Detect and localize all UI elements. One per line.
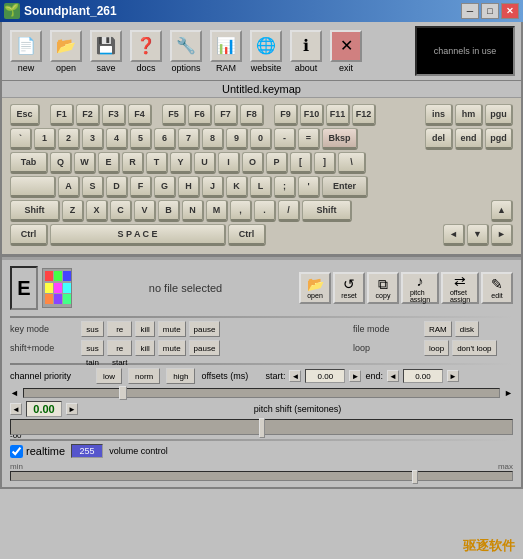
shift-mute-btn[interactable]: mute — [158, 340, 186, 356]
key-h[interactable]: H — [178, 176, 200, 198]
key-shift-left[interactable]: Shift — [10, 200, 60, 222]
key-a[interactable]: A — [58, 176, 80, 198]
key-f1[interactable]: F1 — [50, 104, 74, 126]
realtime-checkbox[interactable] — [10, 445, 23, 458]
key-4[interactable]: 4 — [106, 128, 128, 150]
new-button[interactable]: 📄 new — [8, 30, 44, 73]
minimize-button[interactable]: ─ — [461, 3, 479, 19]
start-right-arrow[interactable]: ► — [349, 370, 361, 382]
key-backslash[interactable]: \ — [338, 152, 366, 174]
key-tab[interactable]: Tab — [10, 152, 48, 174]
maximize-button[interactable]: □ — [481, 3, 499, 19]
key-3[interactable]: 3 — [82, 128, 104, 150]
key-5[interactable]: 5 — [130, 128, 152, 150]
key-f5[interactable]: F5 — [162, 104, 186, 126]
end-right-arrow[interactable]: ► — [447, 370, 459, 382]
key-f2[interactable]: F2 — [76, 104, 100, 126]
key-left[interactable]: ◄ — [443, 224, 465, 246]
key-q[interactable]: Q — [50, 152, 72, 174]
key-c[interactable]: C — [110, 200, 132, 222]
key-n[interactable]: N — [182, 200, 204, 222]
key-f8[interactable]: F8 — [240, 104, 264, 126]
key-comma[interactable]: , — [230, 200, 252, 222]
key-end[interactable]: end — [455, 128, 483, 150]
disk-mode-btn[interactable]: disk — [455, 321, 479, 337]
key-semicolon[interactable]: ; — [274, 176, 296, 198]
shift-restart-btn[interactable]: restart — [107, 340, 133, 356]
key-f7[interactable]: F7 — [214, 104, 238, 126]
file-reset-button[interactable]: ↺ reset — [333, 272, 365, 304]
volume-slider[interactable] — [10, 471, 513, 481]
shift-pause-btn[interactable]: pause — [189, 340, 221, 356]
key-right[interactable]: ► — [491, 224, 513, 246]
key-space[interactable]: S P A C E — [50, 224, 226, 246]
key-pgd[interactable]: pgd — [485, 128, 513, 150]
save-button[interactable]: 💾 save — [88, 30, 124, 73]
key-esc[interactable]: Esc — [10, 104, 40, 126]
key-d[interactable]: D — [106, 176, 128, 198]
key-1[interactable]: 1 — [34, 128, 56, 150]
low-priority-btn[interactable]: low — [96, 368, 122, 384]
key-t[interactable]: T — [146, 152, 168, 174]
key-slash[interactable]: / — [278, 200, 300, 222]
key-shift-right[interactable]: Shift — [302, 200, 352, 222]
file-copy-button[interactable]: ⧉ copy — [367, 272, 399, 304]
key-x[interactable]: X — [86, 200, 108, 222]
key-ctrl-right[interactable]: Ctrl — [228, 224, 266, 246]
options-button[interactable]: 🔧 options — [168, 30, 204, 73]
shift-kill-btn[interactable]: kill — [135, 340, 154, 356]
open-button[interactable]: 📂 open — [48, 30, 84, 73]
key-w[interactable]: W — [74, 152, 96, 174]
exit-button[interactable]: ✕ exit — [328, 30, 364, 73]
key-lbracket[interactable]: [ — [290, 152, 312, 174]
key-minus[interactable]: - — [274, 128, 296, 150]
restart-btn[interactable]: restart — [107, 321, 133, 337]
key-f12[interactable]: F12 — [352, 104, 376, 126]
key-f11[interactable]: F11 — [326, 104, 350, 126]
key-8[interactable]: 8 — [202, 128, 224, 150]
norm-priority-btn[interactable]: norm — [128, 368, 160, 384]
key-y[interactable]: Y — [170, 152, 192, 174]
key-f6[interactable]: F6 — [188, 104, 212, 126]
shift-sustain-btn[interactable]: sustain — [81, 340, 104, 356]
about-button[interactable]: ℹ about — [288, 30, 324, 73]
key-9[interactable]: 9 — [226, 128, 248, 150]
file-open-button[interactable]: 📂 open — [299, 272, 331, 304]
key-backtick[interactable]: ` — [10, 128, 32, 150]
pitch-assign-button[interactable]: ♪ pitchassign — [401, 272, 439, 304]
key-f10[interactable]: F10 — [300, 104, 324, 126]
key-f[interactable]: F — [130, 176, 152, 198]
pause-btn[interactable]: pause — [189, 321, 221, 337]
close-button[interactable]: ✕ — [501, 3, 519, 19]
key-enter[interactable]: Enter — [322, 176, 368, 198]
key-hm[interactable]: hm — [455, 104, 483, 126]
key-del[interactable]: del — [425, 128, 453, 150]
key-ctrl-left[interactable]: Ctrl — [10, 224, 48, 246]
key-i[interactable]: I — [218, 152, 240, 174]
key-f9[interactable]: F9 — [274, 104, 298, 126]
kill-btn[interactable]: kill — [135, 321, 154, 337]
key-v[interactable]: V — [134, 200, 156, 222]
key-down[interactable]: ▼ — [467, 224, 489, 246]
key-f4[interactable]: F4 — [128, 104, 152, 126]
key-g[interactable]: G — [154, 176, 176, 198]
key-2[interactable]: 2 — [58, 128, 80, 150]
offset-assign-button[interactable]: ⇄ offsetassign — [441, 272, 479, 304]
key-caps[interactable] — [10, 176, 56, 198]
key-b[interactable]: B — [158, 200, 180, 222]
key-k[interactable]: K — [226, 176, 248, 198]
start-value[interactable] — [305, 369, 345, 383]
start-left-arrow[interactable]: ◄ — [289, 370, 301, 382]
edit-button[interactable]: ✎ edit — [481, 272, 513, 304]
key-0[interactable]: 0 — [250, 128, 272, 150]
key-7[interactable]: 7 — [178, 128, 200, 150]
ram-button[interactable]: 📊 RAM — [208, 30, 244, 73]
key-r[interactable]: R — [122, 152, 144, 174]
ram-mode-btn[interactable]: RAM — [424, 321, 452, 337]
key-equals[interactable]: = — [298, 128, 320, 150]
key-z[interactable]: Z — [62, 200, 84, 222]
pitch-right-arrow[interactable]: ► — [66, 403, 78, 415]
key-pgu[interactable]: pgu — [485, 104, 513, 126]
key-up[interactable]: ▲ — [491, 200, 513, 222]
end-left-arrow[interactable]: ◄ — [387, 370, 399, 382]
